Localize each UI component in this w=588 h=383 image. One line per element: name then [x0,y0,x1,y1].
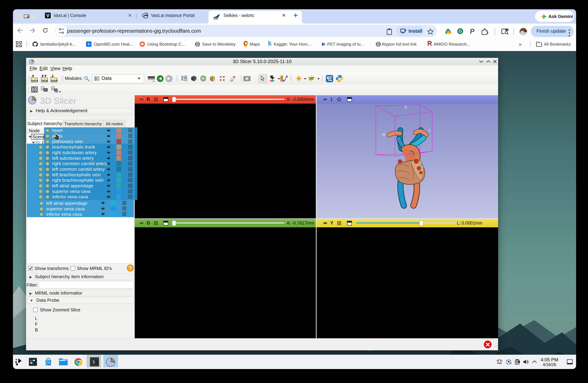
svg-text:❋: ❋ [223,79,225,82]
svg-text:❋: ❋ [223,76,225,78]
svg-text:❋: ❋ [219,76,222,78]
svg-text:S: S [404,105,407,109]
svg-text:R: R [382,132,385,137]
svg-text:L: L [428,128,431,133]
svg-text:SAVE: SAVE [51,79,58,82]
svg-text:❋: ❋ [219,79,222,82]
svg-text:DATA: DATA [31,79,38,82]
svg-text:DCM: DCM [42,79,48,82]
